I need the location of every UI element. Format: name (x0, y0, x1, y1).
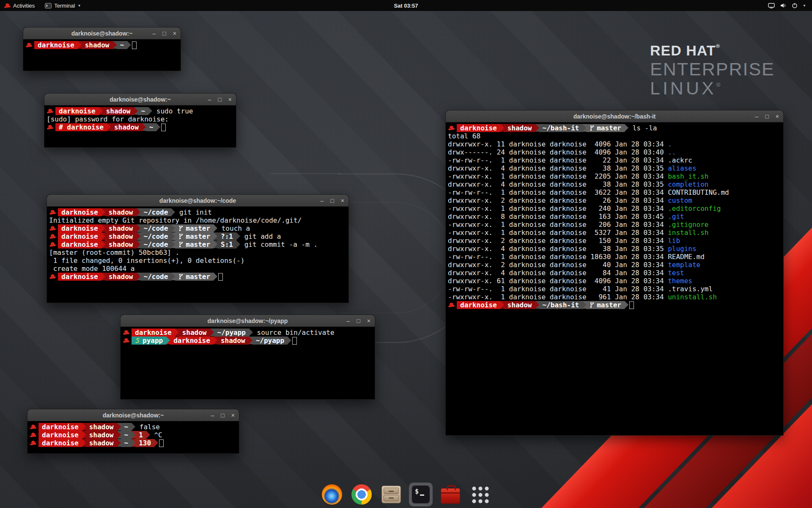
terminal-line: [master (root-commit) 50bcb63] . (49, 248, 347, 257)
powerline-separator (113, 41, 117, 49)
terminal-cursor (132, 41, 137, 49)
terminal-content[interactable]: darknoiseshadow~/bash-itmaster ls -latot… (446, 122, 783, 435)
chrome-icon (351, 484, 372, 505)
prompt-segment: ~ (121, 439, 132, 447)
dock-appgrid-icon[interactable] (468, 483, 492, 506)
window-titlebar[interactable]: darknoise@shadow:~ – □ × (44, 94, 236, 105)
minimize-button[interactable]: – (347, 318, 350, 324)
redhat-prompt-icon (49, 210, 56, 215)
terminal-content[interactable]: darknoiseshadow~/code git initInitialize… (47, 207, 348, 303)
terminal-content[interactable]: darknoiseshadow~ falsedarknoiseshadow~1 … (27, 421, 239, 453)
terminal-text: test (668, 269, 684, 277)
window-titlebar[interactable]: darknoise@shadow:~/pyapp – □ × (121, 315, 375, 327)
minimize-button[interactable]: – (153, 30, 156, 36)
terminal-text: custom (668, 196, 692, 204)
window-titlebar[interactable]: darknoise@shadow:~/code – □ × (47, 195, 348, 207)
terminal-text: lib (668, 237, 680, 245)
window-titlebar[interactable]: darknoise@shadow:~ – □ × (27, 409, 239, 421)
minimize-button[interactable]: – (211, 412, 214, 418)
terminal-text: -rw-rw-r--. 1 darknoise darknoise 18630 … (448, 253, 705, 261)
dock-terminal-icon[interactable] (409, 483, 433, 506)
terminal-text: -rwxrwxr-x. 1 darknoise darknoise 2205 J… (448, 172, 668, 180)
redhat-prompt-icon (49, 274, 56, 279)
powerline-separator (214, 232, 217, 240)
maximize-button[interactable]: □ (357, 318, 360, 324)
terminal-text: install.sh (668, 229, 708, 237)
terminal-text: drwxrwxr-x. 4 darknoise darknoise 38 Jan… (448, 164, 668, 172)
powerline-separator (214, 337, 217, 344)
powerline-separator (102, 240, 105, 248)
terminal-line: -rw-rw-r--. 1 darknoise darknoise 41 Jan… (448, 285, 782, 293)
wallpaper-line (271, 173, 340, 174)
redhat-prompt-icon (30, 440, 36, 446)
system-status-area[interactable]: ▼ (762, 0, 812, 11)
terminal-line: Initialized empty Git repository in /hom… (49, 216, 347, 224)
terminal-line: darknoiseshadow~ false (30, 423, 237, 431)
terminal-line: create mode 100644 a (49, 265, 347, 273)
powerline-separator (166, 337, 170, 344)
terminal-text: drwxrwxr-x. 8 darknoise darknoise 163 Ja… (448, 213, 668, 221)
terminal-line: drwxrwxr-x. 2 darknoise darknoise 26 Jan… (448, 196, 782, 204)
prompt-segment: darknoise (58, 208, 102, 216)
close-button[interactable]: × (776, 113, 779, 119)
terminal-text: -rw-rw-r--. 1 darknoise darknoise 41 Jan… (448, 285, 713, 293)
window-titlebar[interactable]: darknoise@shadow:~ – □ × (23, 28, 181, 39)
powerline-separator (117, 439, 121, 447)
maximize-button[interactable]: □ (162, 30, 166, 36)
powerline-separator (625, 301, 628, 309)
close-button[interactable]: × (367, 318, 370, 324)
maximize-button[interactable]: □ (765, 113, 768, 119)
branch-icon: master (175, 224, 214, 232)
activities-button[interactable]: Activities (0, 0, 40, 11)
app-grid-icon (471, 485, 489, 504)
terminal-line: -rwxrwxr-x. 1 darknoise darknoise 2205 J… (448, 172, 782, 180)
dock-chrome-icon[interactable] (350, 483, 373, 506)
close-button[interactable]: × (173, 30, 176, 36)
terminal-text: aliases (668, 164, 696, 172)
maximize-button[interactable]: □ (221, 412, 224, 418)
window-title: darknoise@shadow:~ (110, 96, 171, 103)
terminal-line: drwxrwxr-x. 11 darknoise darknoise 4096 … (448, 140, 782, 148)
terminal-line: darknoiseshadow~/code git init (49, 208, 347, 216)
terminal-text: [sudo] password for darknoise: (47, 115, 173, 123)
minimize-button[interactable]: – (755, 113, 759, 119)
terminal-text: -rwxrwxr-x. 1 darknoise darknoise 961 Ja… (448, 293, 668, 301)
terminal-text: touch a (217, 224, 250, 232)
snake-icon: pyapp (132, 337, 166, 345)
terminal-line: darknoiseshadow~1 ^C (30, 431, 237, 439)
clock[interactable]: Sat 03:57 (394, 3, 418, 9)
window-title: darknoise@shadow:~ (71, 30, 133, 37)
terminal-line: drwxrwxr-x. 4 darknoise darknoise 38 Jan… (448, 245, 782, 253)
terminal-text: uninstall.sh (668, 293, 717, 301)
maximize-button[interactable]: □ (218, 97, 221, 102)
maximize-button[interactable]: □ (330, 198, 334, 204)
terminal-line: pyappdarknoiseshadow~/pyapp (123, 337, 373, 345)
powerline-separator (249, 329, 253, 336)
dock-files-icon[interactable] (379, 483, 403, 506)
window-titlebar[interactable]: darknoise@shadow:~/bash-it – □ × (446, 110, 783, 122)
prompt-segment: ~/code (140, 208, 172, 216)
powerline-separator (171, 273, 175, 280)
terminal-content[interactable]: darknoiseshadow~ sudo true[sudo] passwor… (44, 105, 236, 147)
terminal-content[interactable]: darknoiseshadow~ (23, 39, 181, 71)
prompt-segment: ~/code (140, 224, 172, 232)
dock-firefox-icon[interactable] (320, 483, 344, 506)
minimize-button[interactable]: – (208, 97, 211, 102)
window-title: darknoise@shadow:~/code (159, 197, 236, 204)
dock-toolbox-icon[interactable] (439, 483, 462, 506)
prompt-segment: shadow (86, 431, 117, 439)
app-menu-terminal[interactable]: Terminal ▼ (40, 0, 86, 11)
minimize-button[interactable]: – (321, 198, 324, 204)
powerline-separator (214, 224, 217, 232)
close-button[interactable]: × (341, 198, 344, 204)
redhat-prompt-icon (448, 125, 455, 131)
brand-enterprise: ENTERPRISE (650, 60, 775, 79)
close-button[interactable]: × (231, 412, 235, 418)
prompt-segment: ~/code (140, 240, 172, 248)
terminal-text: drwx------. 24 darknoise darknoise 4096 … (448, 148, 668, 156)
terminal-content[interactable]: darknoiseshadow~/pyapp source bin/activa… (121, 327, 375, 399)
redhat-prompt-icon (30, 432, 36, 438)
window-title: darknoise@shadow:~/bash-it (573, 113, 656, 120)
close-button[interactable]: × (228, 97, 232, 102)
prompt-segment: darknoise (58, 240, 102, 248)
